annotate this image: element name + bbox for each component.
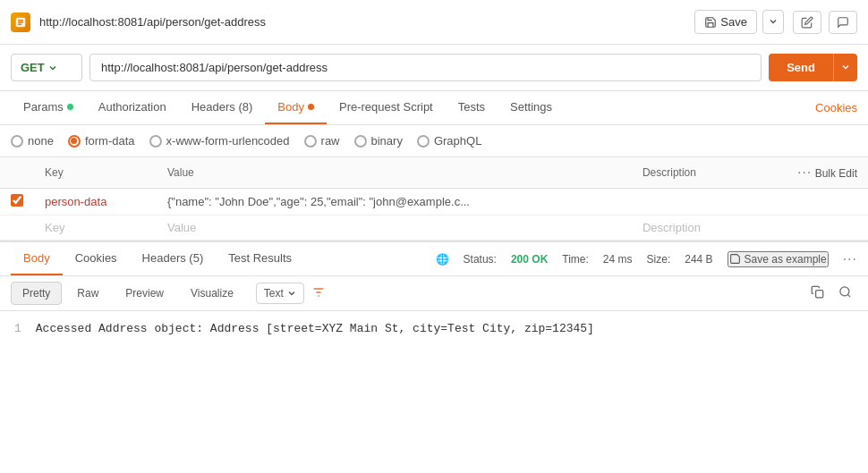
th-actions: ··· Bulk Edit — [748, 157, 868, 189]
save-button[interactable]: Save — [694, 10, 757, 34]
radio-graphql — [417, 135, 430, 148]
tab-settings[interactable]: Settings — [498, 91, 565, 124]
save-as-example-button[interactable]: Save as example — [728, 251, 829, 267]
tab-params[interactable]: Params — [11, 91, 86, 124]
kv-table: Key Value Description ··· Bulk Edit pers… — [0, 157, 868, 241]
line-number: 1 — [14, 322, 21, 335]
response-status: 🌐 Status: 200 OK Time: 24 ms Size: 244 B… — [436, 251, 857, 267]
top-bar-url: http://localhost:8081/api/person/get-add… — [39, 15, 694, 29]
size-value: 244 B — [685, 253, 712, 266]
url-input[interactable] — [89, 54, 762, 81]
kv-table-area: Key Value Description ··· Bulk Edit pers… — [0, 157, 868, 241]
response-section: Body Cookies Headers (5) Test Results 🌐 … — [0, 241, 868, 346]
resp-raw-button[interactable]: Raw — [65, 282, 110, 305]
bulk-edit-label[interactable]: Bulk Edit — [815, 167, 857, 180]
body-dot — [308, 104, 314, 110]
request-tabs: Params Authorization Headers (8) Body Pr… — [0, 91, 868, 125]
response-content: Accessed Address object: Address [street… — [36, 322, 594, 335]
response-more-button[interactable]: ··· — [843, 251, 857, 267]
empty-actions — [748, 215, 868, 241]
tab-headers[interactable]: Headers (8) — [179, 91, 266, 124]
status-value: 200 OK — [511, 253, 548, 266]
send-dropdown-button[interactable] — [833, 54, 857, 81]
svg-point-5 — [840, 287, 849, 296]
response-tab-body[interactable]: Body — [11, 242, 63, 275]
request-bar: GET Send — [0, 45, 868, 91]
filter-button[interactable] — [311, 285, 326, 302]
row-key: person-data — [34, 189, 157, 215]
table-row: person-data {"name": "John Doe","age": 2… — [0, 189, 868, 215]
response-tab-cookies[interactable]: Cookies — [63, 242, 130, 275]
time-value: 24 ms — [603, 253, 633, 266]
status-label: Status: — [464, 253, 497, 266]
empty-key[interactable]: Key — [34, 215, 157, 241]
option-none[interactable]: none — [11, 134, 54, 148]
row-checkbox-cell — [0, 189, 34, 215]
response-body: 1Accessed Address object: Address [stree… — [0, 311, 868, 346]
response-tab-test-results[interactable]: Test Results — [216, 242, 304, 275]
postman-icon — [11, 13, 30, 32]
send-button-group: Send — [769, 54, 857, 81]
resp-visualize-button[interactable]: Visualize — [179, 282, 245, 305]
svg-rect-4 — [816, 291, 823, 298]
save-dropdown-button[interactable] — [762, 10, 784, 34]
option-form-data[interactable]: form-data — [68, 134, 135, 148]
row-actions — [748, 189, 868, 215]
th-check — [0, 157, 34, 189]
resp-preview-button[interactable]: Preview — [114, 282, 175, 305]
time-label: Time: — [562, 253, 589, 266]
text-format-select[interactable]: Text — [256, 283, 304, 304]
radio-raw — [304, 135, 317, 148]
edit-button[interactable] — [793, 11, 821, 34]
empty-value[interactable]: Value — [157, 215, 632, 241]
top-bar-actions: Save — [694, 10, 857, 34]
radio-urlencoded — [149, 135, 162, 148]
empty-description[interactable]: Description — [632, 215, 749, 241]
empty-row: Key Value Description — [0, 215, 868, 241]
response-tab-headers[interactable]: Headers (5) — [130, 242, 217, 275]
tab-tests[interactable]: Tests — [446, 91, 498, 124]
comment-button[interactable] — [829, 11, 857, 34]
more-options-button[interactable]: ··· — [797, 165, 812, 181]
size-label: Size: — [647, 253, 671, 266]
response-tabs-row: Body Cookies Headers (5) Test Results 🌐 … — [0, 242, 868, 276]
tab-pre-request[interactable]: Pre-request Script — [327, 91, 446, 124]
option-graphql[interactable]: GraphQL — [417, 134, 481, 148]
th-key: Key — [34, 157, 157, 189]
option-binary[interactable]: binary — [354, 134, 403, 148]
send-button[interactable]: Send — [769, 54, 833, 81]
globe-icon: 🌐 — [436, 253, 449, 266]
th-value: Value — [157, 157, 632, 189]
resp-action-buttons — [805, 282, 857, 305]
option-urlencoded[interactable]: x-www-form-urlencoded — [149, 134, 290, 148]
row-checkbox[interactable] — [11, 194, 23, 207]
search-button[interactable] — [833, 282, 857, 305]
method-select[interactable]: GET — [11, 54, 82, 81]
row-value: {"name": "John Doe","age": 25,"email": "… — [157, 189, 632, 215]
radio-form-data — [68, 135, 81, 148]
cookies-link[interactable]: Cookies — [815, 101, 857, 114]
radio-none — [11, 135, 23, 148]
tab-authorization[interactable]: Authorization — [86, 91, 179, 124]
empty-check-cell — [0, 215, 34, 241]
response-toolbar: Pretty Raw Preview Visualize Text — [0, 276, 868, 311]
body-options: none form-data x-www-form-urlencoded raw… — [0, 125, 868, 157]
top-bar: http://localhost:8081/api/person/get-add… — [0, 0, 868, 45]
tab-body[interactable]: Body — [265, 91, 327, 124]
row-description — [632, 189, 749, 215]
radio-binary — [354, 135, 367, 148]
option-raw[interactable]: raw — [304, 134, 340, 148]
params-dot — [67, 104, 73, 110]
copy-button[interactable] — [805, 282, 830, 305]
resp-pretty-button[interactable]: Pretty — [11, 282, 62, 305]
th-description: Description — [632, 157, 749, 189]
